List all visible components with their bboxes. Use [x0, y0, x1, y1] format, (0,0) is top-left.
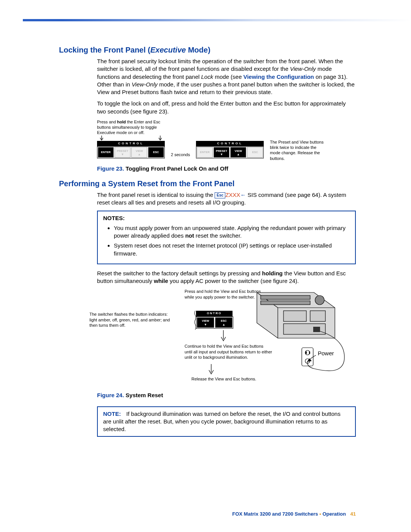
control-panel-left: CONTROL ENTER PRESET▼ VIEW▲ ESC: [97, 136, 165, 159]
control-panel-right: CONTROL ENTER PRESET▼ VIEW▲ ESC: [196, 136, 264, 159]
footer-text: FOX Matrix 3200 and 7200 Switchers: [232, 511, 318, 517]
notes-list: You must apply power from an unpowered s…: [103, 224, 350, 257]
fig23-title: Toggling Front Panel Lock On and Off: [126, 165, 228, 172]
section2-body: The front panel reset is identical to is…: [97, 191, 356, 437]
fig23-left-b: hold: [117, 120, 126, 124]
section1-heading: Locking the Front Panel (Executive Mode): [59, 46, 356, 54]
figure-24: Press and hold the View and Esc buttons …: [97, 289, 356, 388]
fig23-left-caption: Press and hold the Enter and Esc buttons…: [97, 119, 171, 136]
section1-title-italic: Executive: [150, 46, 186, 54]
page-number: 41: [350, 511, 356, 517]
fig24-title: System Reset: [126, 392, 163, 398]
fig23-mid-label: 2 seconds: [171, 139, 190, 158]
arrow-down-left: [97, 136, 165, 141]
s2p2d: while: [154, 278, 168, 284]
s2p1a: The front panel reset is identical to is…: [97, 192, 215, 198]
preset-button-icon-2: PRESET▼: [213, 147, 229, 158]
fig24-small-panel: ONTRO VIEW▼ ESC▲: [196, 311, 240, 342]
control-label-2: CONTROL: [196, 141, 264, 147]
s2p2b: holding: [262, 270, 283, 276]
footer-dot-icon: •: [319, 511, 321, 517]
svg-rect-15: [313, 327, 320, 332]
fig24-num: Figure 24.: [97, 392, 124, 398]
svg-rect-13: [309, 351, 310, 354]
figure-23: Press and hold the Enter and Esc buttons…: [97, 119, 356, 161]
notes-box: NOTES: You must apply power from an unpo…: [97, 211, 356, 264]
arrow-down-icon-2: [198, 364, 228, 377]
view-button-icon-3: VIEW▼: [197, 317, 214, 328]
esc-button-icon-2: ESC: [247, 147, 263, 158]
section1-title-a: Locking the Front Panel (: [59, 46, 150, 54]
torn-edge-icon: [194, 311, 197, 330]
esc-button-icon-3: ESC▲: [215, 317, 233, 328]
note-final-body: If background illumination was turned on…: [103, 411, 341, 433]
section2-p2: Reset the switcher to the factory defaul…: [97, 270, 356, 285]
s1p1b: View-Only: [290, 66, 316, 72]
figure-23-caption: Figure 23. Toggling Front Panel Lock On …: [97, 165, 356, 173]
enter-button-icon: ENTER: [98, 147, 114, 158]
control-label-1: CONTROL: [97, 141, 165, 147]
fig24-note-left: The switcher flashes the button indicato…: [89, 312, 171, 328]
view-button-icon-2: VIEW▲: [230, 147, 246, 158]
note-item-1: You must apply power from an unpowered s…: [114, 224, 350, 240]
section2-p1: The front panel reset is identical to is…: [97, 191, 356, 207]
esc-button-icon: ESC: [148, 147, 164, 158]
svg-point-6: [315, 296, 324, 305]
s2p2e: you apply AC power to the switcher (see …: [168, 278, 299, 284]
fig23-panels: CONTROL ENTER PRESET▼ VIEW▲ ESC 2 second…: [97, 136, 327, 161]
sis-arrow-icon: ←: [240, 192, 246, 198]
svg-rect-4: [261, 296, 310, 299]
n1c: reset the switcher.: [194, 232, 242, 239]
svg-rect-7: [284, 311, 306, 321]
sis-command: ZXXX: [225, 192, 240, 198]
footer-section: Operation: [323, 511, 346, 517]
page-footer: FOX Matrix 3200 and 7200 Switchers • Ope…: [232, 511, 356, 517]
fig24-ctrl-label: ONTRO: [196, 311, 233, 316]
svg-rect-8: [310, 311, 325, 321]
top-stripe: [23, 19, 411, 21]
section1-title-tail: Mode): [186, 46, 210, 54]
preset-button-icon: PRESET▼: [115, 147, 131, 158]
section2-heading: Performing a System Reset from the Front…: [59, 179, 356, 188]
s1p1g: View-Only: [132, 81, 158, 88]
s2p2a: Reset the switcher to the factory defaul…: [97, 270, 262, 276]
view-button-icon: VIEW▲: [131, 147, 147, 158]
s1p1d: Lock: [201, 73, 213, 80]
figure-24-caption: Figure 24. System Reset: [97, 391, 356, 399]
content-area: Locking the Front Panel (Executive Mode)…: [0, 46, 411, 437]
fig23-right-note: The Preset and View buttons blink twice …: [270, 136, 327, 161]
note-item-2: System reset does not reset the Internet…: [114, 242, 350, 257]
n1b: not: [185, 232, 194, 239]
fig23-left-a: Press and: [97, 120, 117, 124]
arrow-down-icon: [196, 329, 240, 342]
viewing-config-link[interactable]: Viewing the Configuration: [243, 73, 314, 80]
svg-rect-5: [261, 301, 310, 305]
device-illustration: [249, 289, 356, 384]
enter-button-icon-2: ENTER: [197, 147, 213, 158]
section1-body: The front panel security lockout limits …: [97, 58, 356, 173]
fig23-num: Figure 23.: [97, 165, 124, 172]
section1-p1: The front panel security lockout limits …: [97, 58, 356, 96]
page: Locking the Front Panel (Executive Mode)…: [0, 0, 411, 532]
final-note-box: NOTE: If background illumination was tur…: [97, 406, 356, 437]
sis-esc-badge: Esc: [215, 192, 225, 198]
s1p1e: mode (see: [213, 73, 243, 80]
section1-p2: To toggle the lock on and off, press and…: [97, 100, 356, 115]
svg-rect-12: [306, 351, 307, 354]
note-final-title: NOTE:: [103, 411, 121, 417]
notes-title: NOTES:: [103, 215, 125, 221]
